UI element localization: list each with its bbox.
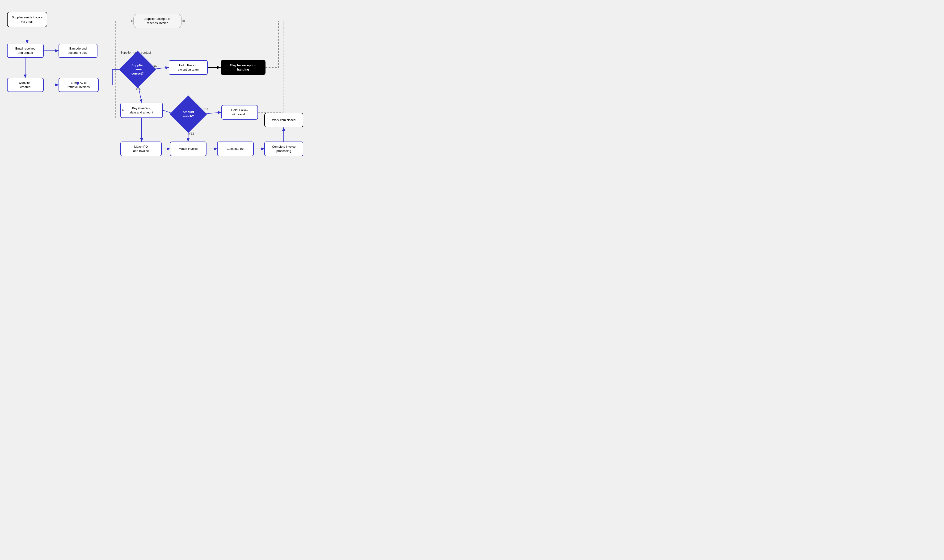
key-invoice-date-amount: Key invoice #,date and amount xyxy=(120,103,163,118)
work-item-created: Work itemcreated xyxy=(7,78,44,92)
flag-exception-handing: Flag for exceptionhanding xyxy=(221,60,265,75)
supplier-sends-invoice: Supplier sends invoicevia email xyxy=(7,12,47,27)
match-po-invoice: Match POand Invoice xyxy=(120,142,162,156)
complete-invoice-processing: Complete invoiceprocessing xyxy=(264,142,303,156)
supplier-accepts-resends: Supplier accepts orresends invoice xyxy=(133,14,182,28)
amount-match-diamond: Amountmatch? xyxy=(170,95,207,133)
enter-po-retrieve-invoices: Enter PO toretrieve invoices xyxy=(59,78,99,92)
supplier-name-correct-diamond: Suppliernamecorrect? xyxy=(119,51,156,88)
calculate-tax: Calculate tax xyxy=(217,142,254,156)
yes-label-1: YES xyxy=(136,87,141,91)
barcode-document-scan: Barcode anddocument scan xyxy=(59,44,97,58)
no-label-2: NO xyxy=(203,107,208,111)
yes-label-2: YES xyxy=(189,132,194,135)
email-received-printed: Email receivedand printed xyxy=(7,44,44,58)
work-item-closed: Work item closed xyxy=(264,113,303,128)
match-invoice: Match Invoice xyxy=(170,142,206,156)
hold-follow-vendor: Hold; Followwith vendor xyxy=(221,105,258,120)
hold-pass-exception-team: Hold; Pass toexception team xyxy=(169,60,208,75)
no-label-1: NO xyxy=(153,64,157,68)
flowchart-diagram: Supplier name contact Supplier sends inv… xyxy=(0,0,330,186)
